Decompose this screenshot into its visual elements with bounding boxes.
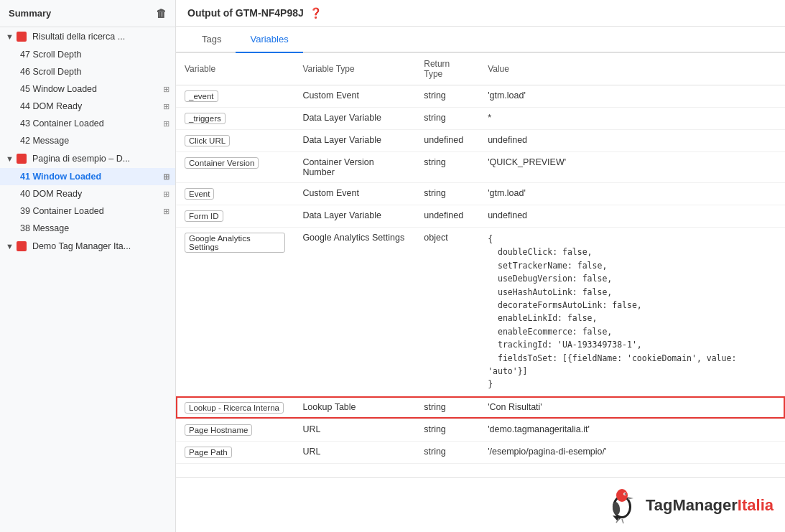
cell-variable-type-row-ga-settings: Google Analytics Settings xyxy=(294,228,415,397)
svg-point-2 xyxy=(616,489,628,502)
cell-variable-row-form-id: Form ID xyxy=(176,205,294,228)
sidebar-item-41-label: 41 Window Loaded xyxy=(20,172,159,182)
sidebar-group-demo: ▼ Demo Tag Manager Ita... xyxy=(0,237,175,256)
table-row-row-click-url[interactable]: Click URLData Layer Variableundefinedund… xyxy=(176,130,785,152)
sidebar-title: Summary xyxy=(9,8,51,19)
cell-variable-type-row-event: Custom Event xyxy=(294,85,415,108)
trash-icon[interactable]: 🗑 xyxy=(156,7,167,19)
code-icon-45: ⊞ xyxy=(163,85,169,94)
variables-table: Variable Variable Type Return Type Value… xyxy=(176,53,785,464)
sidebar-item-44[interactable]: 44 DOM Ready ⊞ xyxy=(0,98,175,115)
cell-variable-row-page-path: Page Path xyxy=(176,441,294,463)
variable-tag-row-lookup: Lookup - Ricerca Interna xyxy=(185,402,284,414)
cell-variable-type-row-form-id: Data Layer Variable xyxy=(294,205,415,228)
cell-return-type-row-triggers: string xyxy=(415,108,479,130)
help-icon[interactable]: ❓ xyxy=(310,7,322,19)
cell-return-type-row-lookup: string xyxy=(415,396,479,419)
panel-title: Output of GTM-NF4P98J xyxy=(187,7,304,19)
cell-return-type-row-click-url: undefined xyxy=(415,130,479,152)
col-header-return-type: Return Type xyxy=(415,53,479,85)
code-icon-40: ⊞ xyxy=(163,190,169,199)
code-icon-41: ⊞ xyxy=(163,172,169,182)
logo-text-red: Italia xyxy=(738,496,774,514)
table-row-row-page-path[interactable]: Page PathURLstring'/esempio/pagina-di-es… xyxy=(176,441,785,463)
cell-value-row-click-url: undefined xyxy=(479,130,785,152)
tab-variables[interactable]: Variables xyxy=(236,27,302,53)
sidebar-header-actions: 🗑 xyxy=(156,7,167,19)
cell-return-type-row-ga-settings: object xyxy=(415,228,479,397)
table-row-row-form-id[interactable]: Form IDData Layer Variableundefinedundef… xyxy=(176,205,785,228)
table-row-row-event[interactable]: _eventCustom Eventstring'gtm.load' xyxy=(176,85,785,108)
cell-return-type-row-form-id: undefined xyxy=(415,205,479,228)
variable-tag-row-container-version: Container Version xyxy=(185,157,259,169)
table-row-row-event2[interactable]: EventCustom Eventstring'gtm.load' xyxy=(176,183,785,205)
sidebar-item-43[interactable]: 43 Container Loaded ⊞ xyxy=(0,115,175,132)
cell-value-row-triggers: * xyxy=(479,108,785,130)
sidebar-item-39-label: 39 Container Loaded xyxy=(20,206,159,216)
cell-return-type-row-event2: string xyxy=(415,183,479,205)
cell-value-row-form-id: undefined xyxy=(479,205,785,228)
sidebar-item-40[interactable]: 40 DOM Ready ⊞ xyxy=(0,185,175,202)
cell-value-row-lookup: 'Con Risultati' xyxy=(479,396,785,419)
col-header-value: Value xyxy=(479,53,785,85)
sidebar-item-38[interactable]: 38 Message xyxy=(0,220,175,237)
cell-value-row-container-version: 'QUICK_PREVIEW' xyxy=(479,152,785,183)
sidebar-item-47[interactable]: 47 Scroll Depth xyxy=(0,46,175,63)
sidebar-group-risultati-header[interactable]: ▼ Risultati della ricerca ... xyxy=(0,27,175,46)
sidebar-item-45[interactable]: 45 Window Loaded ⊞ xyxy=(0,80,175,98)
sidebar-group-pagina-label: Pagina di esempio – D... xyxy=(32,154,169,164)
cell-variable-row-ga-settings: Google Analytics Settings xyxy=(176,228,294,397)
cell-variable-row-click-url: Click URL xyxy=(176,130,294,152)
cell-variable-type-row-page-path: URL xyxy=(294,441,415,463)
table-row-row-container-version[interactable]: Container VersionContainer Version Numbe… xyxy=(176,152,785,183)
variable-tag-row-event2: Event xyxy=(185,188,214,200)
cell-value-row-ga-settings: { doubleClick: false, setTrackerName: fa… xyxy=(479,228,785,397)
cell-value-row-event: 'gtm.load' xyxy=(479,85,785,108)
cell-variable-row-event: _event xyxy=(176,85,294,108)
cell-variable-row-event2: Event xyxy=(176,183,294,205)
cell-return-type-row-page-path: string xyxy=(415,441,479,463)
group-red-square-icon-2 xyxy=(17,154,27,164)
tab-tags-label: Tags xyxy=(202,34,221,45)
panel-header: Output of GTM-NF4P98J ❓ xyxy=(176,0,785,27)
sidebar-item-42[interactable]: 42 Message xyxy=(0,132,175,149)
tab-tags[interactable]: Tags xyxy=(187,27,236,53)
code-icon-44: ⊞ xyxy=(163,102,169,111)
table-row-row-page-hostname[interactable]: Page HostnameURLstring'demo.tagmanagerit… xyxy=(176,419,785,441)
sidebar-header: Summary 🗑 xyxy=(0,0,175,27)
sidebar-group-demo-header[interactable]: ▼ Demo Tag Manager Ita... xyxy=(0,237,175,256)
svg-point-5 xyxy=(624,493,626,495)
right-panel: Output of GTM-NF4P98J ❓ Tags Variables V… xyxy=(176,0,785,532)
sidebar-group-pagina: ▼ Pagina di esempio – D... 41 Window Loa… xyxy=(0,149,175,237)
sidebar-item-46-label: 46 Scroll Depth xyxy=(20,67,169,77)
sidebar-item-47-label: 47 Scroll Depth xyxy=(20,50,169,60)
cell-variable-type-row-event2: Custom Event xyxy=(294,183,415,205)
cell-variable-row-triggers: _triggers xyxy=(176,108,294,130)
sidebar-group-pagina-header[interactable]: ▼ Pagina di esempio – D... xyxy=(0,149,175,168)
table-row-row-triggers[interactable]: _triggersData Layer Variablestring* xyxy=(176,108,785,130)
cell-variable-row-lookup: Lookup - Ricerca Interna xyxy=(176,396,294,419)
col-header-variable-type: Variable Type xyxy=(294,53,415,85)
variable-tag-row-triggers: _triggers xyxy=(185,113,226,124)
sidebar-item-39[interactable]: 39 Container Loaded ⊞ xyxy=(0,202,175,220)
logo-bird-icon xyxy=(602,485,641,525)
cell-return-type-row-page-hostname: string xyxy=(415,419,479,441)
cell-variable-type-row-triggers: Data Layer Variable xyxy=(294,108,415,130)
sidebar-group-risultati-label: Risultati della ricerca ... xyxy=(32,32,169,42)
sidebar-item-45-label: 45 Window Loaded xyxy=(20,84,159,94)
cell-variable-row-page-hostname: Page Hostname xyxy=(176,419,294,441)
table-row-row-ga-settings[interactable]: Google Analytics SettingsGoogle Analytic… xyxy=(176,228,785,397)
svg-marker-3 xyxy=(628,497,633,500)
table-row-row-lookup[interactable]: Lookup - Ricerca InternaLookup Tablestri… xyxy=(176,396,785,419)
cell-variable-type-row-click-url: Data Layer Variable xyxy=(294,130,415,152)
svg-line-9 xyxy=(622,519,623,523)
cell-variable-type-row-page-hostname: URL xyxy=(294,419,415,441)
cell-return-type-row-container-version: string xyxy=(415,152,479,183)
code-icon-39: ⊞ xyxy=(163,207,169,216)
logo-area: TagManagerItalia xyxy=(176,477,785,532)
sidebar-item-46[interactable]: 46 Scroll Depth xyxy=(0,63,175,80)
sidebar-item-41[interactable]: 41 Window Loaded ⊞ xyxy=(0,168,175,185)
variable-tag-row-ga-settings: Google Analytics Settings xyxy=(185,233,285,253)
sidebar-group-risultati: ▼ Risultati della ricerca ... 47 Scroll … xyxy=(0,27,175,149)
cell-variable-row-container-version: Container Version xyxy=(176,152,294,183)
